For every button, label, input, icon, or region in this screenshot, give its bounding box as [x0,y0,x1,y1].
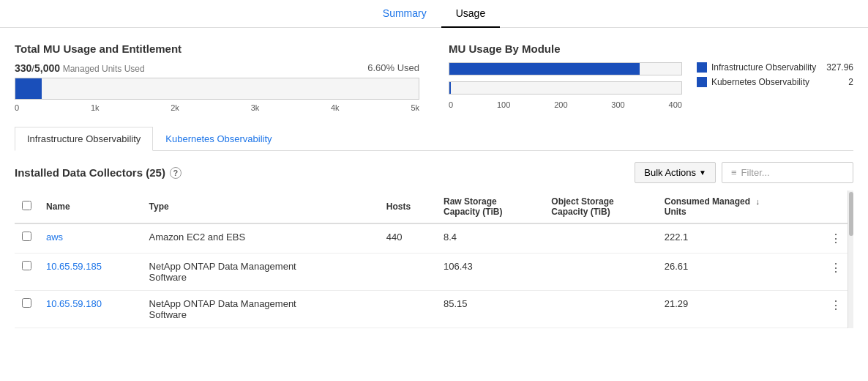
legend-k8s-color [697,77,707,87]
module-chart-section: MU Usage By Module 0 10 [449,42,853,112]
table-header: Installed Data Collectors (25) ? Bulk Ac… [15,162,853,183]
row-name: aws [39,223,142,254]
table-header-row: Name Type Hosts Raw StorageCapacity (TiB… [15,190,853,223]
bulk-actions-label: Bulk Actions [644,167,696,178]
row-type: Amazon EC2 and EBS [142,223,379,254]
col-type: Type [142,190,379,223]
bulk-actions-chevron-icon: ▼ [699,169,706,177]
table-body: aws Amazon EC2 and EBS 440 8.4 222.1 ⋮ 1… [15,223,853,328]
legend-k8s: Kubernetes Observability 2 [697,77,853,87]
row-checkbox [15,223,39,254]
row-actions-btn[interactable]: ⋮ [826,260,846,275]
module-bar-infra [449,62,682,75]
row-object-storage [544,223,656,254]
row-raw-storage: 106.43 [436,254,544,291]
main-tabs: Summary Usage [0,0,868,28]
legend-k8s-value: 2 [848,77,853,87]
scrollbar-thumb[interactable] [849,192,853,236]
axis-4k: 4k [331,103,340,112]
select-all-checkbox[interactable] [22,201,31,210]
table-row: 10.65.59.180 NetApp ONTAP Data Managemen… [15,291,853,328]
module-legend: Infrastructure Observability 327.96 Kube… [697,62,853,109]
module-chart-title: MU Usage By Module [449,42,853,55]
tab-summary[interactable]: Summary [368,0,441,28]
row-object-storage [544,291,656,328]
legend-k8s-label: Kubernetes Observability [711,77,838,87]
col-object-storage: Object StorageCapacity (TiB) [544,190,656,223]
table-row: aws Amazon EC2 and EBS 440 8.4 222.1 ⋮ [15,223,853,254]
legend-infra: Infrastructure Observability 327.96 [697,62,853,73]
row-select-checkbox[interactable] [22,261,31,270]
row-actions-btn[interactable]: ⋮ [826,231,846,246]
table-head: Name Type Hosts Raw StorageCapacity (TiB… [15,190,853,223]
table-row: 10.65.59.185 NetApp ONTAP Data Managemen… [15,254,853,291]
module-bars: 0 100 200 300 400 [449,62,682,109]
row-actions-btn[interactable]: ⋮ [826,297,846,313]
table-actions: Bulk Actions ▼ ≡ Filter... [635,162,853,183]
tab-usage[interactable]: Usage [441,0,500,28]
axis-1k: 1k [91,103,100,112]
module-axis: 0 100 200 300 400 [449,100,682,109]
row-raw-storage: 8.4 [436,223,544,254]
row-name: 10.65.59.185 [39,254,142,291]
mu-total: 5,000 [34,62,60,74]
filter-icon: ≡ [731,167,737,178]
row-name-link[interactable]: 10.65.59.185 [46,261,102,272]
legend-infra-color [697,62,707,73]
row-consumed-mu: 222.1 [657,223,818,254]
table-title-text: Installed Data Collectors (25) [15,166,165,179]
row-name: 10.65.59.180 [39,291,142,328]
table-title: Installed Data Collectors (25) ? [15,166,182,179]
row-consumed-mu: 26.61 [657,254,818,291]
row-raw-storage: 85.15 [436,291,544,328]
row-name-link[interactable]: 10.65.59.180 [46,298,102,309]
row-name-link[interactable]: aws [46,232,63,243]
axis-0: 0 [15,103,19,112]
sort-icon: ↓ [755,197,760,206]
total-mu-bar [15,78,419,100]
total-mu-title: Total MU Usage and Entitlement [15,42,419,55]
mu-label: Managed Units Used [63,64,145,74]
data-table: Name Type Hosts Raw StorageCapacity (TiB… [15,190,853,328]
row-consumed-mu: 21.29 [657,291,818,328]
col-hosts: Hosts [379,190,436,223]
scrollbar-track[interactable] [848,190,853,328]
total-mu-section: Total MU Usage and Entitlement 330/5,000… [15,42,419,112]
sub-tab-k8s[interactable]: Kubernetes Observability [153,127,284,151]
col-checkbox [15,190,39,223]
row-checkbox [15,291,39,328]
filter-box[interactable]: ≡ Filter... [722,162,853,183]
mu-pct: 6.60% Used [367,62,419,73]
row-select-checkbox[interactable] [22,298,31,308]
bulk-actions-button[interactable]: Bulk Actions ▼ [635,162,716,183]
filter-placeholder: Filter... [741,167,770,178]
module-bar-k8s [449,81,682,95]
legend-infra-value: 327.96 [826,62,853,73]
axis-2k: 2k [171,103,179,112]
row-hosts [379,254,436,291]
axis-3k: 3k [251,103,260,112]
sub-tab-infra[interactable]: Infrastructure Observability [15,127,153,151]
row-hosts: 440 [379,223,436,254]
row-hosts [379,291,436,328]
module-chart: 0 100 200 300 400 Infrastructure Observa… [449,62,853,109]
help-icon[interactable]: ? [170,167,182,179]
row-select-checkbox[interactable] [22,232,31,241]
col-consumed-mu: Consumed Managed ↓Units [657,190,818,223]
total-mu-bar-fill [15,78,42,99]
mu-used: 330 [15,62,31,74]
col-raw-storage: Raw StorageCapacity (TiB) [436,190,544,223]
legend-infra-label: Infrastructure Observability [711,62,816,73]
charts-row: Total MU Usage and Entitlement 330/5,000… [15,42,853,112]
col-name: Name [39,190,142,223]
row-type: NetApp ONTAP Data ManagementSoftware [142,291,379,328]
table-wrapper: Name Type Hosts Raw StorageCapacity (TiB… [15,190,853,328]
row-object-storage [544,254,656,291]
axis-5k: 5k [411,103,419,112]
row-checkbox [15,254,39,291]
row-type: NetApp ONTAP Data ManagementSoftware [142,254,379,291]
usage-label: 330/5,000 Managed Units Used 6.60% Used [15,62,419,74]
total-mu-axis: 0 1k 2k 3k 4k 5k [15,103,419,112]
sub-tabs: Infrastructure Observability Kubernetes … [15,127,853,151]
